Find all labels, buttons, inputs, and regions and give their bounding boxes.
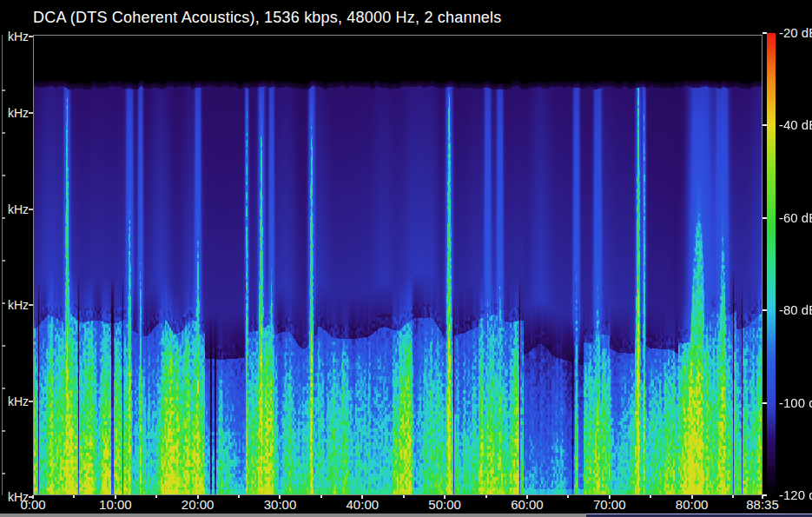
y-axis-tick (29, 112, 33, 114)
x-tick-label: 50:00 (428, 497, 461, 512)
left-edge-minor-tick (2, 345, 5, 347)
x-axis-minor-tick (73, 495, 75, 498)
x-axis-minor-tick (485, 495, 487, 498)
x-axis-tick (444, 495, 446, 499)
spectrogram-canvas (34, 36, 762, 494)
left-edge-minor-tick (2, 217, 5, 219)
left-edge-minor-tick (2, 260, 5, 262)
x-axis-tick (279, 495, 281, 499)
x-tick-label: 40:00 (347, 497, 380, 512)
db-tick-label: -60 dB (779, 210, 812, 226)
x-axis-minor-tick (567, 495, 569, 498)
x-axis-tick (115, 495, 116, 499)
db-tick-label: -100 dB (779, 395, 812, 411)
stream-info-title: DCA (DTS Coherent Acoustics), 1536 kbps,… (33, 9, 501, 27)
x-tick-label: 0:00 (20, 497, 45, 512)
left-edge-minor-tick (2, 132, 5, 134)
x-tick-label: 60:00 (511, 497, 544, 512)
y-tick-label: kHz (0, 106, 29, 120)
x-tick-label: 20:00 (182, 497, 215, 512)
x-axis-tick (691, 495, 693, 499)
y-tick-label: kHz (0, 394, 29, 408)
db-tick-label: -120 dB (779, 487, 812, 503)
colorbar-tick (762, 32, 767, 34)
x-tick-label: 70:00 (593, 497, 626, 512)
left-edge-minor-tick (2, 388, 5, 389)
left-edge-minor-tick (2, 89, 5, 91)
x-axis-minor-tick (403, 495, 405, 498)
left-edge-minor-tick (2, 473, 5, 474)
colorbar-tick (762, 402, 767, 404)
x-tick-label: 88:35 (746, 497, 779, 512)
left-edge-minor-tick (2, 302, 5, 304)
db-tick-label: -80 dB (779, 302, 812, 318)
x-axis-tick (609, 495, 611, 499)
db-tick-label: -40 dB (779, 117, 812, 133)
left-edge-minor-tick (2, 175, 5, 176)
x-axis-minor-tick (238, 495, 240, 498)
x-axis-tick (526, 495, 528, 499)
left-edge-axis-line (2, 35, 3, 495)
colorbar-tick (762, 309, 767, 311)
window-bottom-edge-gray (0, 514, 586, 517)
colorbar-tick (762, 124, 767, 126)
x-tick-label: 30:00 (264, 497, 297, 512)
x-axis-tick (32, 495, 34, 499)
spek-spectrogram-window: DCA (DTS Coherent Acoustics), 1536 kbps,… (0, 0, 812, 517)
colorbar-tick (762, 494, 767, 496)
y-axis-tick (29, 36, 33, 37)
y-axis-tick (29, 304, 33, 306)
y-axis-tick (29, 401, 33, 402)
x-axis-minor-tick (732, 495, 734, 498)
x-axis-tick (197, 495, 199, 499)
y-tick-label: kHz (0, 298, 29, 312)
y-tick-label: kHz (0, 202, 29, 216)
x-tick-label: 10:00 (99, 497, 132, 512)
x-axis-minor-tick (650, 495, 651, 498)
y-axis-tick (29, 209, 33, 210)
colorbar-tick (762, 217, 767, 219)
y-tick-label: kHz (0, 30, 29, 43)
colorbar (767, 33, 776, 495)
spectrogram-plot (33, 35, 762, 495)
x-axis-tick (361, 495, 363, 499)
window-bottom-edge-blue (586, 514, 812, 517)
x-axis-minor-tick (155, 495, 157, 498)
x-axis-minor-tick (320, 495, 322, 498)
db-tick-label: -20 dB (779, 25, 812, 41)
left-edge-minor-tick (2, 430, 5, 432)
x-tick-label: 80:00 (676, 497, 709, 512)
